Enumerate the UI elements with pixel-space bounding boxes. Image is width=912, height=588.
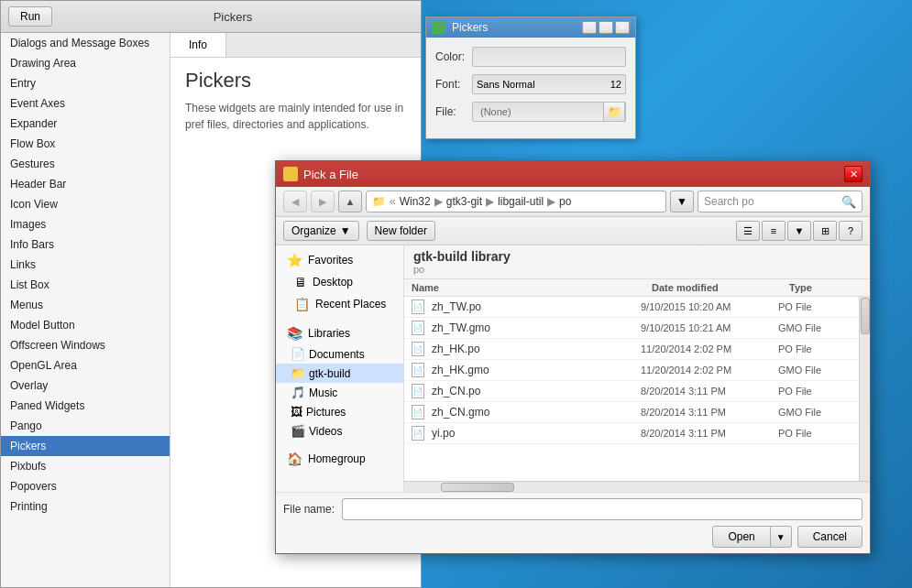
sidebar-item-drawing[interactable]: Drawing Area — [1, 53, 170, 73]
file-list-item[interactable]: 📄 zh_CN.gmo 8/20/2014 3:11 PM GMO File — [404, 402, 859, 423]
homegroup-item[interactable]: 🏠 Homegroup — [276, 448, 403, 470]
filename-label: File name: — [283, 503, 335, 516]
documents-item[interactable]: 📄 Documents — [276, 344, 403, 364]
path-refresh-button[interactable]: ▼ — [670, 191, 694, 212]
file-list-item[interactable]: 📄 zh_HK.gmo 11/20/2014 2:02 PM GMO File — [404, 360, 859, 381]
sidebar-item-overlay[interactable]: Overlay — [1, 376, 170, 396]
favorites-section: ⭐ Favorites 🖥 Desktop 📋 Recent Places — [276, 245, 403, 319]
file-list-item[interactable]: 📄 zh_TW.po 9/10/2015 10:20 AM PO File — [404, 297, 859, 318]
recent-places-item[interactable]: 📋 Recent Places — [276, 293, 403, 315]
sidebar-item-opengl[interactable]: OpenGL Area — [1, 355, 170, 376]
videos-item[interactable]: 🎬 Videos — [276, 421, 403, 441]
run-button[interactable]: Run — [8, 6, 52, 27]
file-row-date: 8/20/2014 3:11 PM — [641, 428, 778, 439]
back-button[interactable]: ◀ — [283, 191, 307, 212]
open-arrow-button[interactable]: ▼ — [771, 526, 792, 548]
picker-maximize-button[interactable]: □ — [599, 21, 613, 34]
file-list-item[interactable]: 📄 zh_TW.gmo 9/10/2015 10:21 AM GMO File — [404, 318, 859, 339]
picker-minimize-button[interactable]: ─ — [582, 21, 597, 34]
up-button[interactable]: ▲ — [338, 191, 362, 212]
view-pane-button[interactable]: ⊞ — [813, 221, 837, 241]
horizontal-scrollbar-thumb[interactable] — [441, 483, 514, 492]
file-placeholder: (None) — [477, 106, 511, 117]
file-row-name: zh_HK.po — [432, 343, 641, 355]
view-details-arrow-button[interactable]: ▼ — [787, 221, 811, 241]
library-path: po — [413, 264, 861, 275]
file-dialog-sidebar: ⭐ Favorites 🖥 Desktop 📋 Recent Places 📚 … — [276, 245, 404, 492]
search-box[interactable]: Search po 🔍 — [698, 191, 863, 212]
scrollbar-thumb[interactable] — [861, 298, 870, 334]
sidebar-item-modelbutton[interactable]: Model Button — [1, 315, 170, 335]
sidebar-item-infobars[interactable]: Info Bars — [1, 234, 170, 255]
sidebar-item-iconview[interactable]: Icon View — [1, 194, 170, 214]
open-button[interactable]: Open — [712, 526, 770, 548]
doc-icon: 📄 — [412, 405, 424, 419]
file-row-name: zh_HK.gmo — [432, 364, 641, 376]
organize-button[interactable]: Organize ▼ — [283, 221, 359, 241]
desktop-item[interactable]: 🖥 Desktop — [276, 271, 403, 293]
file-list-item[interactable]: 📄 zh_CN.po 8/20/2014 3:11 PM PO File — [404, 381, 859, 402]
horizontal-scrollbar[interactable] — [404, 481, 870, 492]
sidebar-item-links[interactable]: Links — [1, 255, 170, 275]
col-name-header[interactable]: Name — [412, 282, 652, 293]
content-tabs: Info — [170, 33, 421, 58]
sidebar-item-pixbufs[interactable]: Pixbufs — [1, 456, 170, 476]
file-input[interactable]: (None) 📁 — [472, 102, 626, 122]
view-help-button[interactable]: ? — [839, 221, 863, 241]
picker-close-button[interactable]: ✕ — [615, 21, 630, 34]
path-part-gtk3[interactable]: gtk3-git — [446, 195, 482, 208]
file-dialog-close-button[interactable]: ✕ — [844, 166, 863, 182]
file-row-icon: 📄 — [412, 405, 426, 419]
font-input[interactable]: Sans Normal 12 — [472, 74, 626, 94]
content-description: These widgets are mainly intended for us… — [185, 100, 406, 133]
sidebar-item-popovers[interactable]: Popovers — [1, 476, 170, 496]
sidebar-item-expander[interactable]: Expander — [1, 114, 170, 134]
sidebar-item-images[interactable]: Images — [1, 214, 170, 234]
sidebar-item-event[interactable]: Event Axes — [1, 93, 170, 114]
tab-info[interactable]: Info — [170, 33, 226, 57]
col-type-header[interactable]: Type — [789, 282, 863, 293]
file-row-type: PO File — [778, 386, 852, 397]
sidebar-item-paned[interactable]: Paned Widgets — [1, 396, 170, 416]
sidebar-item-dialogs[interactable]: Dialogs and Message Boxes — [1, 33, 170, 53]
file-row-date: 9/10/2015 10:20 AM — [641, 301, 778, 312]
path-icon: 📁 — [372, 195, 386, 208]
sidebar-item-flowbox[interactable]: Flow Box — [1, 134, 170, 154]
sidebar-item-menus[interactable]: Menus — [1, 295, 170, 315]
sidebar-item-pickers[interactable]: Pickers — [1, 436, 170, 456]
doc-icon: 📄 — [412, 321, 424, 335]
sidebar-item-printing[interactable]: Printing — [1, 496, 170, 517]
col-date-header[interactable]: Date modified — [652, 282, 789, 293]
path-sep4: ▶ — [547, 195, 555, 208]
new-folder-button[interactable]: New folder — [367, 221, 435, 241]
cancel-button[interactable]: Cancel — [797, 526, 863, 548]
path-part-po[interactable]: po — [559, 195, 571, 208]
path-part-win32[interactable]: Win32 — [400, 195, 431, 208]
sidebar-item-pango[interactable]: Pango — [1, 416, 170, 436]
doc-icon: 📄 — [412, 299, 424, 314]
view-list-button[interactable]: ☰ — [736, 221, 760, 241]
sidebar-item-offscreen[interactable]: Offscreen Windows — [1, 335, 170, 355]
file-browse-button[interactable]: 📁 — [603, 102, 625, 122]
gtk-build-item[interactable]: 📁 gtk-build — [276, 364, 403, 383]
color-label: Color: — [435, 50, 472, 63]
sidebar-item-gestures[interactable]: Gestures — [1, 154, 170, 174]
pictures-item[interactable]: 🖼 Pictures — [276, 402, 403, 421]
music-item[interactable]: 🎵 Music — [276, 383, 403, 402]
homegroup-section: 🏠 Homegroup — [276, 444, 403, 474]
doc-icon: 📄 — [412, 426, 424, 441]
file-row-icon: 📄 — [412, 299, 426, 314]
view-details-button[interactable]: ≡ — [762, 221, 786, 241]
sidebar-item-entry[interactable]: Entry — [1, 73, 170, 93]
file-list-item[interactable]: 📄 yi.po 8/20/2014 3:11 PM PO File — [404, 423, 859, 444]
vertical-scrollbar[interactable] — [859, 297, 870, 481]
videos-icon: 🎬 — [291, 424, 305, 438]
color-input[interactable] — [472, 47, 626, 67]
filename-input[interactable] — [342, 498, 863, 520]
path-sep2: ▶ — [434, 195, 443, 208]
path-part-libgail[interactable]: libgail-util — [498, 195, 544, 208]
sidebar-item-listbox[interactable]: List Box — [1, 275, 170, 295]
forward-button[interactable]: ▶ — [311, 191, 335, 212]
file-list-item[interactable]: 📄 zh_HK.po 11/20/2014 2:02 PM PO File — [404, 339, 859, 360]
sidebar-item-headerbar[interactable]: Header Bar — [1, 174, 170, 194]
